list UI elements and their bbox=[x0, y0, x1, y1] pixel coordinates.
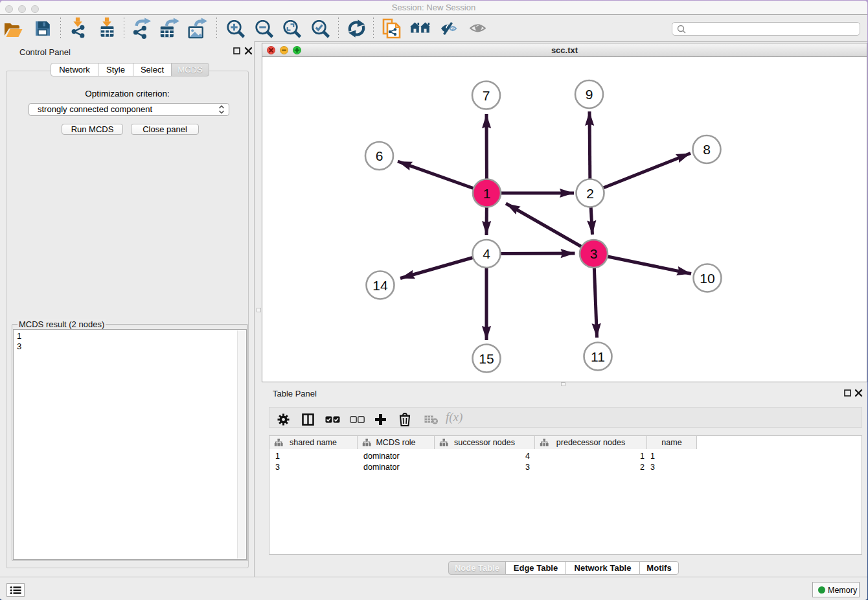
svg-text:9: 9 bbox=[586, 87, 593, 102]
svg-text:2: 2 bbox=[586, 186, 594, 201]
svg-text:1: 1 bbox=[483, 186, 491, 201]
svg-text:3: 3 bbox=[590, 246, 598, 261]
svg-text:6: 6 bbox=[376, 148, 383, 163]
svg-text:11: 11 bbox=[591, 349, 605, 364]
svg-text:4: 4 bbox=[483, 246, 490, 261]
svg-text:14: 14 bbox=[372, 278, 388, 293]
svg-text:7: 7 bbox=[483, 88, 490, 103]
svg-text:10: 10 bbox=[700, 271, 714, 286]
svg-text:8: 8 bbox=[703, 142, 711, 157]
svg-text:15: 15 bbox=[479, 351, 494, 366]
